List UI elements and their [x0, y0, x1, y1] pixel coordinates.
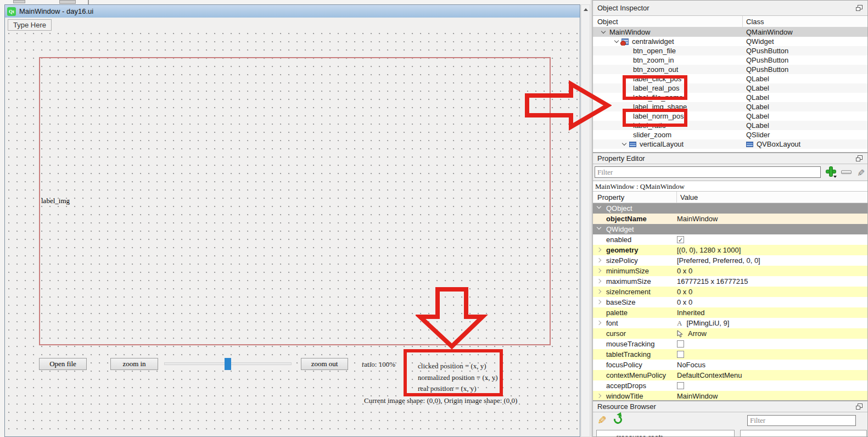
property-value[interactable]: [(0, 0), 1280 x 1000] [677, 246, 867, 254]
property-name: geometry [593, 246, 677, 254]
property-row-basesize[interactable]: baseSize 0 x 0 [593, 297, 867, 307]
property-row-cursor[interactable]: cursor Arrow [593, 328, 867, 339]
property-row-acceptdrops[interactable]: acceptDrops [593, 380, 867, 391]
property-row-font[interactable]: font A[PMingLiU, 9] [593, 318, 867, 328]
checkbox-checked[interactable]: ✓ [677, 236, 684, 243]
property-value[interactable]: [PMingLiU, 9] [686, 319, 729, 327]
edit-resources-pencil-icon[interactable]: ✎ [595, 416, 608, 425]
object-inspector-column-headers[interactable]: Object Class [593, 16, 867, 27]
float-panel-icon[interactable] [856, 155, 863, 161]
tree-row-slider-zoom[interactable]: slider_zoom QSlider [593, 130, 867, 139]
property-value[interactable]: Arrow [688, 329, 707, 338]
object-inspector-header[interactable]: Object Inspector [593, 1, 867, 16]
tree-row-centralwidget[interactable]: centralwidget QWidget [593, 37, 867, 46]
column-value[interactable]: Value [677, 192, 867, 203]
property-row-windowtitle[interactable]: windowTitle MainWindow [593, 391, 867, 401]
property-row-sizepolicy[interactable]: sizePolicy [Preferred, Preferred, 0, 0] [593, 255, 867, 266]
column-class[interactable]: Class [743, 16, 867, 27]
dock-panels: Object Inspector Object Class MainWindow… [591, 0, 868, 437]
tree-row-btn-zoom-in[interactable]: btn_zoom_in QPushButton [593, 55, 867, 65]
checkbox-unchecked[interactable] [677, 382, 684, 389]
property-name: mouseTracking [593, 340, 677, 348]
property-group-qobject[interactable]: QObject [593, 203, 867, 214]
vbox-layout-icon [629, 142, 636, 147]
object-name: btn_zoom_in [633, 56, 674, 64]
zoom-in-button[interactable]: zoom in [110, 358, 158, 370]
property-row-focuspolicy[interactable]: focusPolicy NoFocus [593, 360, 867, 370]
property-column-headers[interactable]: Property Value [593, 192, 867, 203]
remove-property-button[interactable] [841, 170, 852, 174]
property-row-contextmenupolicy[interactable]: contextMenuPolicy DefaultContextMenu [593, 370, 867, 380]
reload-resources-icon[interactable] [612, 414, 623, 425]
resource-preview[interactable] [740, 430, 867, 437]
property-group-qwidget[interactable]: QWidget [593, 224, 867, 234]
class-name: QPushButton [743, 65, 788, 74]
class-name: QLabel [743, 75, 769, 83]
property-row-objectname[interactable]: objectName MainWindow [593, 214, 867, 224]
property-editor-title: Property Editor [597, 154, 645, 163]
form-titlebar[interactable]: Qt MainWindow - day16.ui [5, 5, 580, 18]
property-value[interactable]: MainWindow [677, 392, 867, 400]
property-editor-header[interactable]: Property Editor [593, 153, 867, 164]
property-editor-panel: Property Editor ✎ MainWindow : QMainWind… [592, 153, 868, 401]
menu-type-here[interactable]: Type Here [8, 19, 52, 31]
object-inspector-title: Object Inspector [597, 4, 649, 12]
property-row-tablettracking[interactable]: tabletTracking [593, 349, 867, 360]
property-value[interactable]: 16777215 x 16777215 [677, 277, 867, 285]
float-panel-icon[interactable] [856, 5, 863, 11]
resource-filter-input[interactable] [747, 415, 856, 426]
object-name: MainWindow [609, 28, 650, 36]
scroll-up-button[interactable] [581, 5, 590, 14]
slider-handle[interactable] [225, 358, 231, 370]
float-panel-icon[interactable] [856, 404, 863, 410]
property-value[interactable]: Inherited [677, 309, 867, 317]
property-value[interactable]: 0 x 0 [677, 298, 867, 306]
chevron-down-icon[interactable] [622, 141, 626, 145]
checkbox-unchecked[interactable] [677, 351, 684, 358]
chevron-down-icon[interactable] [601, 29, 606, 33]
property-value[interactable]: [Preferred, Preferred, 0, 0] [677, 256, 867, 265]
tree-row-btn-zoom-out[interactable]: btn_zoom_out QPushButton [593, 65, 867, 74]
property-row-sizeincrement[interactable]: sizeIncrement 0 x 0 [593, 287, 867, 297]
annotation-box-position-labels [404, 349, 503, 396]
property-value[interactable]: 0 x 0 [677, 267, 867, 275]
resource-root-item[interactable]: <resource root> [597, 430, 734, 437]
checkbox-unchecked[interactable] [677, 340, 684, 348]
class-name: QPushButton [743, 47, 788, 55]
edit-pencil-icon[interactable]: ✎ [855, 169, 866, 176]
tree-row-vertical-layout[interactable]: verticalLayout QVBoxLayout [593, 139, 867, 149]
font-icon: A [677, 319, 682, 328]
group-name: QWidget [593, 225, 677, 233]
zoom-out-button[interactable]: zoom out [301, 358, 348, 370]
chevron-down-icon[interactable] [614, 38, 619, 43]
property-value[interactable]: DefaultContextMenu [677, 371, 867, 379]
property-row-geometry[interactable]: geometry [(0, 0), 1280 x 1000] [593, 245, 867, 255]
property-row-maximumsize[interactable]: maximumSize 16777215 x 16777215 [593, 276, 867, 287]
image-shape-label: Current image shape: (0,0), Origin image… [364, 396, 517, 405]
zoom-slider[interactable] [164, 358, 292, 370]
open-file-button[interactable]: Open file [39, 358, 87, 370]
cursor-arrow-icon [677, 330, 683, 338]
property-row-enabled[interactable]: enabled ✓ [593, 234, 867, 245]
property-value[interactable]: 0 x 0 [677, 288, 867, 296]
property-value[interactable]: MainWindow [677, 215, 867, 223]
property-row-palette[interactable]: palette Inherited [593, 307, 867, 318]
add-dropdown-icon[interactable] [833, 176, 837, 178]
toolbar-fragment [59, 0, 76, 4]
class-name: QLabel [743, 93, 769, 102]
column-property[interactable]: Property [593, 192, 677, 203]
resource-tree[interactable]: <resource root> [596, 430, 735, 437]
tree-row-mainwindow[interactable]: MainWindow QMainWindow [593, 27, 867, 37]
property-name: sizePolicy [593, 256, 677, 265]
resource-browser-header[interactable]: Resource Browser [593, 401, 867, 412]
annotation-box-norm-pos [623, 109, 687, 127]
property-row-mousetracking[interactable]: mouseTracking [593, 339, 867, 349]
tree-row-btn-open-file[interactable]: btn_open_file QPushButton [593, 46, 867, 55]
vertical-scrollbar[interactable] [581, 4, 590, 437]
property-name: windowTitle [593, 392, 677, 400]
property-filter-input[interactable] [595, 166, 821, 178]
property-row-minimumsize[interactable]: minimumSize 0 x 0 [593, 266, 867, 276]
property-value[interactable]: NoFocus [677, 361, 867, 369]
column-object[interactable]: Object [593, 16, 743, 27]
class-name: QPushButton [743, 56, 788, 64]
